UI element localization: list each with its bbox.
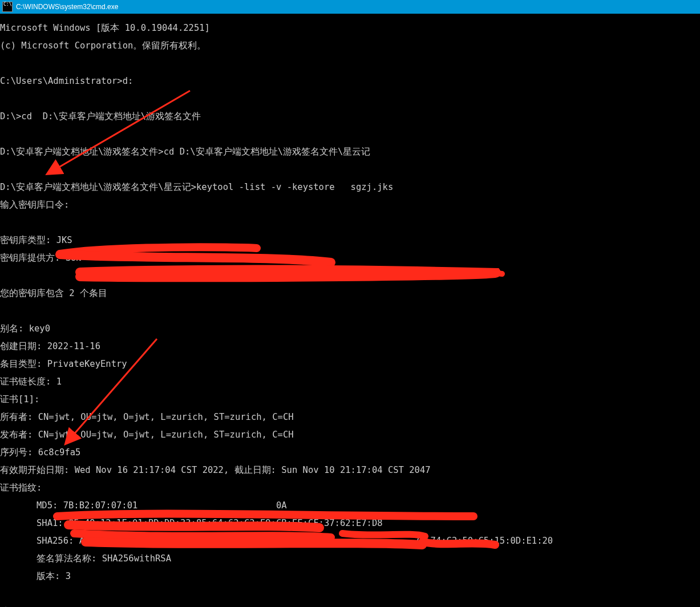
sha1-line: SHA1: 05:49:12:1F:01:BD:DD:33:85:64:62:C… <box>0 519 700 528</box>
line: Microsoft Windows [版本 10.0.19044.2251] <box>0 24 700 33</box>
line: 证书[1]: <box>0 395 700 404</box>
line: 版本: 3 <box>0 572 700 581</box>
line: 发布者: CN=jwt, OU=jtw, O=jwt, L=zurich, ST… <box>0 431 700 440</box>
line: 您的密钥库包含 2 个条目 <box>0 289 700 298</box>
cmd-icon <box>2 2 13 12</box>
blank-line <box>0 95 700 104</box>
blank-line <box>0 272 700 281</box>
prompt-line: D:\安卓客户端文档地址\游戏签名文件\星云记>keytool -list -v… <box>0 183 700 192</box>
line: 证书指纹: <box>0 484 700 493</box>
prompt-line: D:\安卓客户端文档地址\游戏签名文件>cd D:\安卓客户端文档地址\游戏签名… <box>0 148 700 157</box>
line: 密钥库类型: JKS <box>0 236 700 245</box>
line: 密钥库提供方: SUN <box>0 254 700 263</box>
blank-line <box>0 307 700 316</box>
line: 条目类型: PrivateKeyEntry <box>0 360 700 369</box>
line: 签名算法名称: SHA256withRSA <box>0 555 700 564</box>
blank-line <box>0 130 700 139</box>
line: (c) Microsoft Corporation。保留所有权利。 <box>0 42 700 51</box>
blank-line <box>0 59 700 68</box>
line: 证书链长度: 1 <box>0 378 700 387</box>
line: 输入密钥库口令: <box>0 201 700 210</box>
blank-line <box>0 218 700 228</box>
window-titlebar[interactable]: C:\WINDOWS\system32\cmd.exe <box>0 0 700 14</box>
blank-line <box>0 165 700 175</box>
blank-line <box>0 590 700 599</box>
sha256-line: SHA256: AD:EF:D9:48:65:00:19:01:0B:BB 7D… <box>0 537 700 546</box>
md5-line: MD5: 7B:B2:07:07:01 0A <box>0 501 700 511</box>
window-title: C:\WINDOWS\system32\cmd.exe <box>16 0 118 14</box>
line: 序列号: 6c8c9fa5 <box>0 448 700 458</box>
line: 有效期开始日期: Wed Nov 16 21:17:04 CST 2022, 截… <box>0 466 700 475</box>
line: 创建日期: 2022-11-16 <box>0 342 700 351</box>
line: 所有者: CN=jwt, OU=jtw, O=jwt, L=zurich, ST… <box>0 413 700 422</box>
prompt-line: C:\Users\Administrator>d: <box>0 77 700 86</box>
prompt-line: D:\>cd D:\安卓客户端文档地址\游戏签名文件 <box>0 112 700 122</box>
alias-line: 别名: key0 <box>0 325 700 334</box>
terminal-output[interactable]: Microsoft Windows [版本 10.0.19044.2251] (… <box>0 14 700 607</box>
